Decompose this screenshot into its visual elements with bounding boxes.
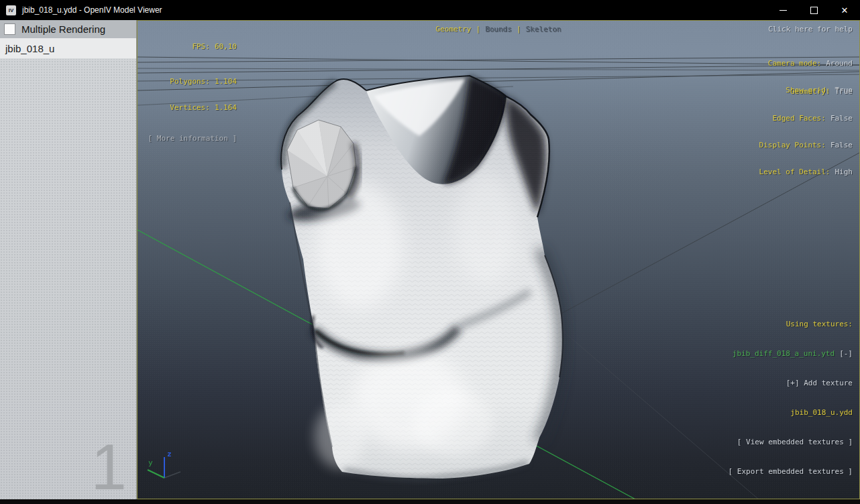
axis-y-label: y (148, 458, 153, 467)
geometry-setting[interactable]: Geometry:True (759, 87, 853, 97)
display-points-setting[interactable]: Display Points:False (759, 141, 853, 150)
tab-bounds[interactable]: Bounds (485, 25, 512, 34)
export-embedded-textures-button[interactable]: [ Export embedded textures ] (729, 465, 853, 477)
vertices-row: Vertices:1.164 (143, 103, 237, 112)
window-title: jbib_018_u.ydd - OpenIV Model Viewer (22, 5, 162, 15)
sidebar-watermark: 1 (91, 444, 127, 490)
view-embedded-textures-button[interactable]: [ View embedded textures ] (729, 436, 853, 448)
model-list-item[interactable]: jbib_018_u (0, 38, 136, 59)
axis-z-label: z (167, 450, 172, 458)
tab-separator: | (517, 25, 521, 34)
level-of-detail-setting[interactable]: Level of Detail:High (759, 168, 853, 177)
tab-skeleton[interactable]: Skeleton (526, 25, 561, 34)
model-file-name: jbib_018_u.ydd (729, 406, 853, 418)
maximize-button[interactable] (798, 0, 829, 20)
edged-faces-setting[interactable]: Edged Faces:False (759, 114, 853, 123)
tab-separator: | (476, 25, 481, 34)
tab-geometry[interactable]: Geometry (436, 25, 472, 34)
sidebar: Multiple Rendering jbib_018_u 1 (0, 20, 137, 499)
using-textures-header: Using textures: (729, 318, 853, 330)
help-link[interactable]: Click here for help (768, 25, 853, 34)
title-bar: IV jbib_018_u.ydd - OpenIV Model Viewer … (0, 0, 860, 20)
maximize-icon (810, 7, 818, 14)
multiple-rendering-row[interactable]: Multiple Rendering (0, 20, 136, 38)
app-icon: IV (6, 5, 16, 15)
openiv-model-viewer-window: IV jbib_018_u.ydd - OpenIV Model Viewer … (0, 0, 860, 504)
remove-texture-button[interactable]: [-] (839, 349, 853, 358)
texture-row: jbib_diff_018_a_uni.ytd [-] (729, 347, 853, 359)
window-controls: ✕ (767, 0, 860, 20)
minimize-button[interactable] (767, 0, 798, 20)
camera-mode-setting[interactable]: Camera mode:Around (768, 59, 853, 68)
multiple-rendering-checkbox[interactable] (4, 23, 15, 35)
texture-name[interactable]: jbib_diff_018_a_uni.ytd (733, 349, 835, 358)
multiple-rendering-label: Multiple Rendering (21, 23, 105, 35)
close-icon: ✕ (841, 6, 849, 15)
model-mesh (281, 76, 563, 479)
render-settings: Geometry:True Edged Faces:False Display … (759, 70, 853, 194)
textures-panel: Using textures: jbib_diff_018_a_uni.ytd … (729, 300, 853, 495)
minimize-icon (780, 10, 787, 11)
view-mode-tabs: Geometry | Bounds | Skeleton (138, 25, 859, 34)
fps-row: FPS:60,10 (143, 42, 237, 51)
add-texture-button[interactable]: [+] Add texture (729, 377, 853, 389)
more-information-button[interactable]: [ More information ] (143, 134, 237, 143)
polygons-row: Polygons:1.104 (143, 77, 237, 86)
close-button[interactable]: ✕ (829, 0, 860, 20)
stats-panel: FPS:60,10 Polygons:1.104 Vertices:1.164 … (143, 25, 237, 160)
axis-gizmo: z y (148, 450, 180, 478)
model-viewport[interactable]: z y FPS:60,10 Polygons:1.104 Vertices:1.… (137, 20, 860, 499)
